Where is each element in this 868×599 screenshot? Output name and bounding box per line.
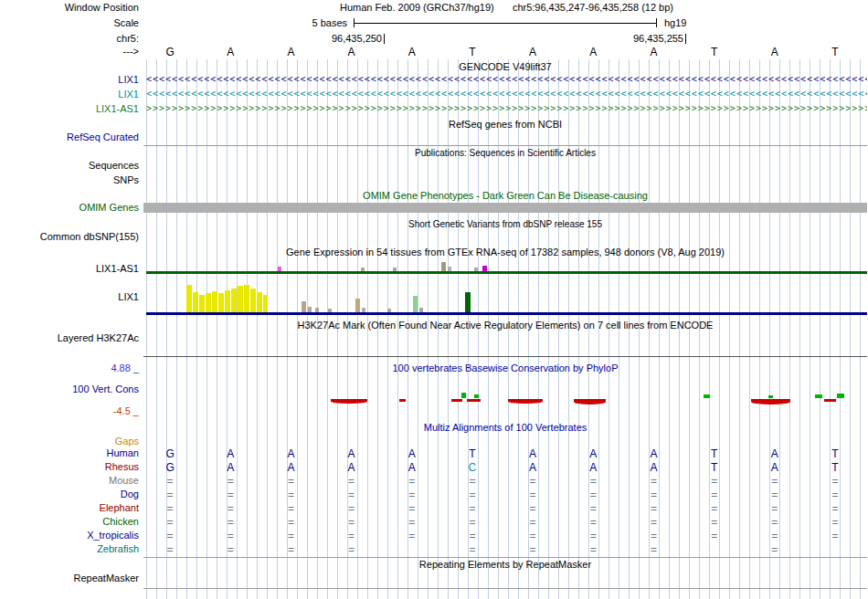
expression-bar[interactable]	[362, 308, 365, 312]
species-label-human[interactable]: Human	[0, 447, 139, 459]
expression-bar[interactable]	[355, 299, 360, 312]
gene-model-lix1-b[interactable]: <<<<<<<<<<<<<<<<<<<<<<<<<<<<<<<<<<<<<<<<…	[146, 89, 867, 99]
expression-bar[interactable]	[302, 301, 306, 312]
expression-bar[interactable]	[218, 293, 224, 312]
expression-bar[interactable]	[448, 267, 451, 271]
expression-bar[interactable]	[419, 308, 423, 312]
phylop-max-value: 4.88 _	[0, 363, 139, 374]
track-label-repeatmasker[interactable]: RepeatMasker	[0, 573, 139, 584]
alignment-cell: =	[140, 543, 200, 556]
expression-bar[interactable]	[186, 285, 192, 312]
track-label-lix1-b[interactable]: LIX1	[0, 89, 139, 100]
species-label-zebrafish[interactable]: Zebrafish	[0, 543, 139, 555]
alignment-cell: T	[684, 461, 745, 474]
base-letter: A	[745, 46, 805, 58]
expression-bar[interactable]	[238, 286, 243, 312]
expression-bar[interactable]	[231, 289, 237, 312]
expression-bar[interactable]	[482, 266, 487, 271]
omim-gene-bar[interactable]	[143, 203, 867, 213]
species-label-chicken[interactable]: Chicken	[0, 516, 139, 528]
track-label-sequences[interactable]: Sequences	[0, 160, 139, 172]
gene-model-lix1as1[interactable]: >>>>>>>>>>>>>>>>>>>>>>>>>>>>>>>>>>>>>>>>…	[146, 104, 867, 113]
expression-bar[interactable]	[315, 308, 319, 312]
track-label-omim[interactable]: OMIM Genes	[0, 202, 139, 214]
alignment-cell: =	[260, 489, 321, 501]
alignment-cell: C	[442, 461, 503, 474]
expression-bar[interactable]	[193, 292, 198, 312]
track-label-lix1-a[interactable]: LIX1	[0, 74, 139, 86]
alignment-cell: A	[382, 461, 442, 474]
chrom-label: chr5:	[0, 33, 139, 45]
alignment-cell: G	[140, 447, 200, 460]
expression-bar[interactable]	[244, 285, 249, 312]
expression-bar[interactable]	[393, 268, 397, 271]
strand-arrow-label: --->	[0, 46, 139, 58]
coord-left-label: 96,435,250	[320, 33, 382, 45]
track-label-refseq[interactable]: RefSeq Curated	[0, 131, 139, 143]
track-label-lix1as1[interactable]: LIX1-AS1	[0, 103, 139, 115]
alignment-cell: A	[563, 447, 623, 460]
publications-title: Publications: Sequences in Scientific Ar…	[144, 147, 866, 159]
assembly-text: Human Feb. 2009 (GRCh37/hg19)	[340, 2, 494, 13]
alignment-cell: =	[442, 516, 503, 529]
expression-bar[interactable]	[474, 268, 478, 271]
expression-bar[interactable]	[387, 309, 391, 312]
expression-bar[interactable]	[308, 307, 312, 312]
expression-bar[interactable]	[413, 296, 418, 312]
expression-bar[interactable]	[361, 268, 365, 271]
alignment-cell: A	[503, 447, 563, 460]
alignment-cell: =	[382, 475, 442, 488]
species-label-x_tropicalis[interactable]: X_tropicalis	[0, 530, 139, 541]
phylop-min-value: -4.5 _	[0, 405, 139, 417]
alignment-cell: =	[140, 516, 200, 529]
alignment-cell: =	[805, 489, 865, 501]
position-text: chr5:96,435,247-96,435,258 (12 bp)	[513, 2, 673, 13]
track-label-gaps[interactable]: Gaps	[0, 436, 139, 447]
alignment-cell: =	[140, 475, 200, 488]
alignment-cell: A	[322, 447, 382, 460]
expression-bar[interactable]	[465, 292, 471, 312]
track-label-h3k27ac[interactable]: Layered H3K27Ac	[0, 332, 139, 344]
track-label-snps[interactable]: SNPs	[0, 174, 139, 186]
alignment-cell: T	[442, 447, 503, 460]
phylop-mark-negative	[508, 399, 543, 404]
alignment-cell: =	[745, 489, 805, 501]
alignment-row-mouse: ============	[140, 475, 865, 488]
alignment-cell: =	[623, 475, 683, 488]
alignment-cell: T	[684, 447, 745, 460]
scale-track-label: Scale	[0, 17, 139, 29]
expression-bar[interactable]	[278, 267, 281, 271]
alignment-cell: =	[382, 502, 442, 515]
expression-bar[interactable]	[263, 295, 268, 312]
species-label-mouse[interactable]: Mouse	[0, 475, 139, 487]
expression-bar[interactable]	[206, 293, 211, 312]
expression-bar[interactable]	[257, 292, 262, 312]
track-label-cons[interactable]: 100 Vert. Cons	[0, 384, 139, 395]
track-label-gtex-lix1as1[interactable]: LIX1-AS1	[0, 263, 139, 275]
dbsnp-title: Short Genetic Variants from dbSNP releas…	[144, 218, 866, 230]
base-letter: A	[322, 46, 382, 58]
gtex-lix1as1-baseline	[146, 271, 867, 274]
species-label-rhesus[interactable]: Rhesus	[0, 461, 139, 473]
species-label-elephant[interactable]: Elephant	[0, 502, 139, 514]
expression-bar[interactable]	[328, 309, 332, 312]
phylop-mark-negative	[574, 399, 606, 405]
gene-model-lix1-a[interactable]: <<<<<<<<<<<<<<<<<<<<<<<<<<<<<<<<<<<<<<<<…	[146, 75, 867, 84]
alignment-cell: =	[684, 530, 745, 542]
alignment-cell: =	[260, 475, 321, 488]
base-letter: A	[200, 46, 260, 58]
expression-bar[interactable]	[199, 295, 205, 312]
expression-bar[interactable]	[441, 262, 446, 271]
alignment-cell: A	[745, 461, 805, 474]
expression-bar[interactable]	[250, 289, 256, 312]
alignment-cell: =	[503, 530, 563, 542]
base-letter: A	[260, 46, 321, 58]
expression-bar[interactable]	[212, 291, 217, 312]
track-label-dbsnp[interactable]: Common dbSNP(155)	[0, 231, 139, 243]
alignment-cell: =	[322, 475, 382, 488]
track-label-gtex-lix1[interactable]: LIX1	[0, 291, 139, 303]
species-label-dog[interactable]: Dog	[0, 489, 139, 500]
expression-bar[interactable]	[225, 290, 230, 312]
alignment-cell: =	[200, 502, 260, 515]
position-header: Human Feb. 2009 (GRCh37/hg19) chr5:96,43…	[146, 2, 867, 14]
